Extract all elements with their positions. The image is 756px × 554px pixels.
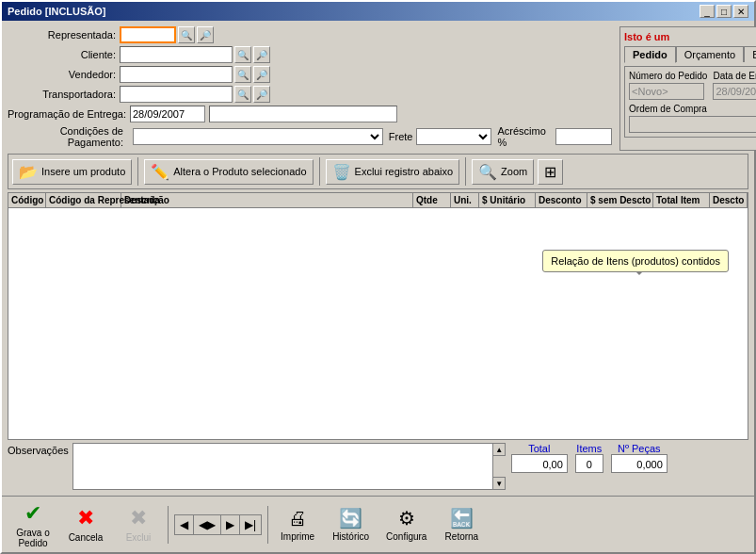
window-title: Pedido [INCLUSÃO] — [8, 6, 106, 17]
left-form: Representada: 🔍 🔎 Cliente: 🔍 🔎 Vendedor: — [8, 26, 612, 151]
tab-orcamento[interactable]: Orçamento — [676, 46, 744, 62]
imprime-button[interactable]: 🖨 Imprime — [274, 506, 321, 544]
imprime-icon: 🖨 — [288, 508, 307, 530]
representada-search-btn[interactable]: 🔍 — [178, 26, 195, 43]
excluir-registro-button[interactable]: 🗑️ Exclui registro abaixo — [326, 159, 460, 185]
numero-pedido-input[interactable] — [629, 83, 704, 100]
historico-icon: 🔄 — [339, 507, 362, 530]
cliente-detail-btn[interactable]: 🔎 — [253, 46, 270, 63]
nav-last-button[interactable]: ▶| — [240, 515, 261, 534]
close-button[interactable]: ✕ — [733, 5, 748, 18]
representada-row: Representada: 🔍 🔎 — [8, 26, 612, 43]
programacao-row: Programação de Entrega: — [8, 106, 612, 122]
toolbar: 📂 Insere um produto ✏️ Altera o Produto … — [8, 154, 748, 189]
excluir-icon: 🗑️ — [332, 163, 351, 181]
nav-first-button[interactable]: ◀ — [175, 515, 194, 534]
data-emissao-label: Data de Emissão — [713, 71, 756, 81]
frete-acrescimo-section: Frete — [389, 128, 492, 145]
retorna-label: Retorna — [445, 531, 479, 542]
ordem-compra-input[interactable] — [629, 116, 756, 133]
total-box: Total 0,00 — [511, 443, 568, 473]
programacao-input[interactable] — [130, 106, 205, 122]
footer-divider-2 — [267, 506, 268, 544]
condicoes-select[interactable] — [133, 128, 383, 145]
cliente-search-btn[interactable]: 🔍 — [234, 46, 251, 63]
alter-product-button[interactable]: ✏️ Altera o Produto selecionado — [144, 159, 313, 185]
divider-3 — [465, 157, 466, 186]
data-emissao-field: Data de Emissão — [713, 71, 756, 100]
ordem-compra-label: Ordem de Compra — [629, 104, 756, 114]
divider-2 — [319, 157, 320, 186]
tab-bonificacao[interactable]: Bonificação — [744, 46, 756, 62]
retorna-button[interactable]: 🔙 Retorna — [438, 505, 485, 544]
historico-button[interactable]: 🔄 Histórico — [327, 505, 375, 544]
transportadora-search-btn[interactable]: 🔍 — [234, 86, 251, 103]
obs-scrollbar: ▲ ▼ — [492, 443, 506, 490]
minimize-button[interactable]: _ — [700, 5, 715, 18]
configura-label: Configura — [386, 531, 426, 542]
tab-pedido[interactable]: Pedido — [624, 46, 676, 63]
representada-input[interactable] — [120, 26, 176, 43]
transportadora-input[interactable] — [120, 86, 233, 103]
acrescimo-label: Acréscimo % — [497, 125, 552, 148]
zoom-button[interactable]: 🔍 Zoom — [472, 159, 534, 185]
representada-detail-btn[interactable]: 🔎 — [197, 26, 214, 43]
col-total-item: Total Item — [653, 193, 710, 207]
content-area: Representada: 🔍 🔎 Cliente: 🔍 🔎 Vendedor: — [2, 21, 754, 496]
npecas-box: Nº Peças 0,000 — [611, 443, 668, 473]
exclui-icon: ✖ — [130, 506, 147, 530]
nav-next-button[interactable]: ▶ — [221, 515, 240, 534]
exclui-label: Exclui — [126, 532, 152, 543]
transportadora-row: Transportadora: 🔍 🔎 — [8, 86, 612, 103]
footer-bar: ✔ Grava o Pedido ✖ Cancela ✖ Exclui ◀ ◀▶… — [2, 496, 754, 552]
bottom-section: Observações ▲ ▼ Total 0,00 Items — [8, 443, 748, 490]
data-emissao-input[interactable] — [713, 83, 756, 100]
configura-button[interactable]: ⚙ Configura — [380, 505, 432, 544]
right-panel: Isto é um Pedido Orçamento Bonificação N… — [619, 26, 756, 151]
vendedor-search-btn[interactable]: 🔍 — [234, 66, 251, 83]
representada-label: Representada: — [8, 29, 116, 41]
excluir-label: Exclui registro abaixo — [355, 166, 454, 177]
divider-1 — [137, 157, 138, 186]
cancela-button[interactable]: ✖ Cancela — [62, 504, 109, 545]
top-section: Representada: 🔍 🔎 Cliente: 🔍 🔎 Vendedor: — [8, 26, 748, 151]
col-desconto: Desconto — [536, 193, 587, 207]
vendedor-detail-btn[interactable]: 🔎 — [253, 66, 270, 83]
condicoes-label: Condições de Pagamento: — [8, 125, 123, 148]
gravar-icon: ✔ — [24, 501, 41, 526]
cliente-input[interactable] — [120, 46, 233, 63]
scroll-down-btn[interactable]: ▼ — [492, 477, 506, 490]
col-cod-rep: Código da Representada — [46, 193, 121, 207]
main-window: Pedido [INCLUSÃO] _ □ ✕ Representada: 🔍 … — [0, 0, 756, 554]
nav-buttons: ◀ ◀▶ ▶ ▶| — [174, 514, 262, 535]
configura-icon: ⚙ — [398, 507, 415, 530]
exclui-button[interactable]: ✖ Exclui — [115, 504, 162, 545]
imprime-label: Imprime — [281, 531, 314, 542]
frete-select[interactable] — [416, 128, 491, 145]
nav-prev-button[interactable]: ◀▶ — [194, 515, 221, 534]
cliente-row: Cliente: 🔍 🔎 — [8, 46, 612, 63]
isto-e-um-label: Isto é um — [624, 31, 756, 42]
acrescimo-input[interactable] — [555, 128, 612, 145]
transportadora-detail-btn[interactable]: 🔎 — [253, 86, 270, 103]
programacao-extra-input[interactable] — [209, 106, 397, 122]
obs-textarea[interactable] — [72, 443, 506, 490]
tab-bar: Pedido Orçamento Bonificação — [624, 46, 756, 62]
scroll-up-btn[interactable]: ▲ — [492, 443, 506, 456]
transportadora-label: Transportadora: — [8, 89, 116, 100]
product-table: Código Código da Representada Descrição … — [8, 192, 748, 440]
alter-label: Altera o Produto selecionado — [173, 166, 306, 177]
maximize-button[interactable]: □ — [716, 5, 732, 18]
grid-view-button[interactable]: ⊞ — [538, 159, 563, 185]
programacao-label: Programação de Entrega: — [8, 108, 126, 120]
insert-product-button[interactable]: 📂 Insere um produto — [12, 159, 132, 185]
ordem-compra-field: Ordem de Compra — [629, 104, 756, 133]
zoom-icon: 🔍 — [478, 163, 497, 181]
items-label: Items — [576, 443, 602, 454]
gravar-button[interactable]: ✔ Grava o Pedido — [9, 499, 56, 550]
total-value: 0,00 — [511, 454, 568, 473]
numero-pedido-field: Número do Pedido — [629, 71, 707, 100]
vendedor-row: Vendedor: 🔍 🔎 — [8, 66, 612, 83]
col-codigo: Código — [8, 193, 46, 207]
vendedor-input[interactable] — [120, 66, 233, 83]
